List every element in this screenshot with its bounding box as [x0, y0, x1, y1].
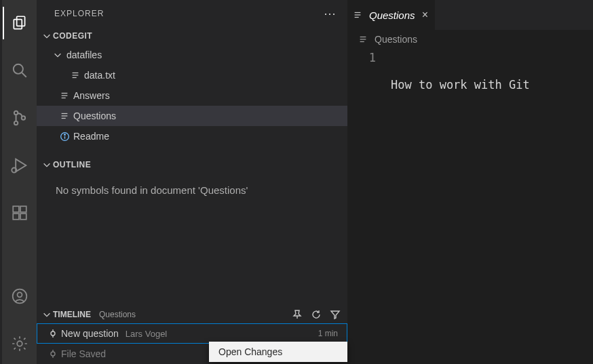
tree-folder-datafiles[interactable]: datafiles: [37, 45, 347, 65]
outline-empty-message: No symbols found in document 'Questions': [37, 174, 347, 196]
tree-label: Readme: [71, 131, 109, 142]
breadcrumb-label: Questions: [375, 34, 417, 45]
activity-explorer-icon[interactable]: [3, 7, 35, 39]
menu-item-open-changes[interactable]: Open Changes: [209, 342, 347, 362]
svg-rect-11: [13, 214, 19, 220]
tree-label: data.txt: [81, 70, 115, 81]
tree-file-readme[interactable]: Readme: [37, 126, 347, 146]
svg-rect-1: [14, 20, 22, 29]
tree-label: datafiles: [64, 49, 102, 60]
svg-rect-9: [13, 206, 19, 212]
activity-run-icon[interactable]: [3, 149, 36, 182]
file-icon: [58, 91, 71, 100]
activity-extensions-icon[interactable]: [3, 197, 36, 229]
tab-label: Questions: [369, 9, 415, 21]
svg-rect-10: [20, 206, 26, 212]
sidebar-title: EXPLORER: [54, 9, 104, 18]
activity-bar: [0, 0, 37, 364]
commit-icon: [47, 350, 58, 358]
svg-point-30: [51, 331, 55, 336]
info-icon: [58, 132, 71, 142]
editor-body[interactable]: 1 How to work with Git: [347, 49, 593, 364]
timeline-entry-time: 1 min: [318, 329, 347, 338]
svg-point-2: [13, 64, 22, 74]
timeline-entry-label: File Saved: [58, 348, 106, 359]
tree-label: Answers: [71, 90, 110, 101]
svg-point-27: [64, 134, 65, 135]
chevron-down-icon: [41, 310, 53, 319]
tab-questions[interactable]: Questions ×: [347, 0, 435, 30]
svg-line-3: [22, 73, 26, 77]
close-icon[interactable]: ×: [422, 9, 428, 21]
file-icon: [69, 70, 81, 80]
svg-point-15: [17, 341, 22, 346]
svg-rect-12: [20, 214, 26, 220]
sidebar-more-icon[interactable]: ⋯: [324, 6, 337, 21]
chevron-down-icon: [41, 31, 53, 41]
svg-point-5: [14, 121, 17, 125]
file-icon: [353, 10, 362, 20]
timeline-entry-new-question[interactable]: New question Lars Vogel 1 min: [37, 323, 347, 344]
svg-marker-7: [16, 159, 26, 172]
svg-point-4: [14, 111, 17, 115]
svg-marker-29: [331, 311, 339, 319]
file-icon: [358, 35, 368, 44]
editor-lines[interactable]: How to work with Git: [391, 49, 593, 364]
editor-line[interactable]: How to work with Git: [391, 78, 593, 92]
timeline-title: TIMELINE: [53, 310, 91, 319]
commit-icon: [47, 329, 58, 338]
activity-scm-icon[interactable]: [3, 102, 36, 134]
chevron-down-icon: [41, 160, 53, 169]
activity-manage-icon[interactable]: [3, 327, 36, 360]
refresh-icon[interactable]: [311, 309, 322, 320]
svg-point-33: [51, 352, 55, 356]
svg-point-14: [17, 292, 22, 297]
tree-file-data-txt[interactable]: data.txt: [37, 65, 347, 85]
svg-point-6: [21, 116, 24, 119]
tree-file-answers[interactable]: Answers: [37, 85, 347, 106]
pin-icon[interactable]: [292, 309, 303, 320]
svg-rect-0: [16, 16, 24, 26]
sidebar: EXPLORER ⋯ CODEGIT datafiles data.txt An…: [37, 0, 347, 364]
context-menu: Open Changes: [209, 342, 347, 362]
tree-label: Questions: [71, 110, 116, 121]
tree-file-questions[interactable]: Questions: [37, 106, 347, 126]
timeline-file-label: Questions: [99, 310, 136, 319]
filter-icon[interactable]: [330, 309, 341, 320]
sidebar-header: EXPLORER ⋯: [37, 0, 347, 27]
file-icon: [58, 111, 71, 121]
timeline-entry-author: Lars Vogel: [119, 329, 167, 339]
chevron-down-icon: [52, 50, 64, 60]
breadcrumbs[interactable]: Questions: [347, 30, 593, 49]
editor-group: Questions × Questions 1 How to work with…: [347, 0, 593, 364]
timeline-entry-label: New question: [58, 328, 119, 339]
outline-header[interactable]: OUTLINE: [37, 156, 347, 174]
activity-accounts-icon[interactable]: [3, 280, 36, 312]
line-number: 1: [347, 51, 376, 64]
activity-search-icon[interactable]: [3, 54, 36, 87]
gutter: 1: [347, 49, 391, 364]
outline-title: OUTLINE: [53, 160, 91, 169]
tab-bar: Questions ×: [347, 0, 593, 30]
workspace-header[interactable]: CODEGIT: [37, 27, 347, 45]
workspace-name: CODEGIT: [53, 31, 92, 41]
timeline-header[interactable]: TIMELINE Questions: [37, 306, 347, 323]
